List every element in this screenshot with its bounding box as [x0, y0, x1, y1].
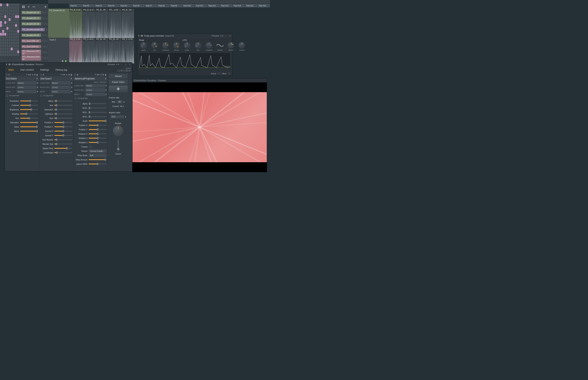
chevron-right-icon[interactable] [124, 101, 125, 103]
stepseq-cell[interactable] [9, 42, 11, 44]
stepseq-cell[interactable] [6, 15, 9, 18]
stepseq-cell[interactable] [11, 9, 13, 12]
zoom-slider[interactable] [118, 140, 119, 152]
pad-slot[interactable]: Pad #1 [69, 4, 82, 7]
stepseq-row[interactable] [0, 33, 20, 36]
stepseq-cell[interactable] [17, 53, 20, 56]
stepseq-cell[interactable] [0, 48, 2, 50]
stepseq-cell[interactable] [2, 42, 4, 44]
stepseq-cell[interactable] [6, 39, 9, 41]
stepseq-row[interactable] [0, 21, 20, 24]
pad-slot[interactable]: Pad #4 [107, 4, 119, 7]
slider-track[interactable] [54, 114, 72, 114]
move-icon[interactable] [61, 60, 64, 62]
close-icon[interactable]: ✕ [228, 35, 231, 37]
stepseq-cell[interactable] [17, 6, 20, 9]
stepseq-cell[interactable] [6, 42, 9, 44]
stepseq-cell[interactable] [0, 42, 2, 44]
sample-name[interactable]: PO_BeatAmpedA130.. [21, 28, 45, 31]
stepseq-cell[interactable] [15, 21, 17, 24]
stepseq-cell[interactable] [9, 53, 11, 56]
chevron-right-icon[interactable] [106, 85, 107, 87]
slider-track[interactable] [54, 135, 72, 136]
tab-debug-log[interactable]: Debug log [54, 67, 68, 72]
stepseq-cell[interactable] [4, 33, 6, 36]
pad-slot[interactable]: Pad #13 [220, 4, 233, 7]
help-icon[interactable]: ? [60, 74, 62, 76]
col-next-icon[interactable] [30, 74, 31, 76]
knob-base[interactable] [184, 42, 191, 49]
stepseq-cell[interactable] [17, 30, 20, 33]
stepseq-cell[interactable] [13, 12, 15, 15]
copy-icon[interactable]: ⧉ [103, 74, 104, 76]
knob-decay[interactable] [173, 42, 180, 49]
stepseq-cell[interactable] [6, 36, 9, 38]
stepseq-cell[interactable] [15, 12, 17, 15]
stepseq-cell[interactable] [17, 27, 20, 30]
stepseq-cell[interactable] [9, 18, 11, 21]
slider-track[interactable] [89, 125, 107, 126]
slider-track[interactable] [89, 129, 107, 130]
stepseq-cell[interactable] [13, 45, 15, 47]
stepseq-cell[interactable] [17, 9, 20, 12]
stepseq-cell[interactable] [4, 30, 6, 33]
stepseq-cell[interactable] [9, 48, 11, 50]
stepseq-cell[interactable] [17, 48, 20, 50]
chevron-right-icon[interactable] [106, 94, 107, 95]
stepseq-row[interactable] [0, 12, 20, 15]
stepseq-cell[interactable] [0, 3, 2, 6]
stepseq-cell[interactable] [11, 3, 13, 6]
slider-track[interactable] [54, 152, 72, 153]
knob-vol[interactable] [151, 42, 158, 49]
stepseq-row[interactable] [0, 24, 20, 27]
wizard-button[interactable]: Wizard [109, 74, 128, 78]
track1-active-dot[interactable] [65, 60, 67, 62]
stepseq-cell[interactable] [4, 42, 6, 44]
stepseq-cell[interactable] [9, 15, 11, 18]
stepseq-cell[interactable] [2, 27, 4, 30]
sample-item[interactable]: PO_BeatAmpedA130.. [21, 27, 48, 33]
sample-item[interactable]: PO_BeatA130-12 [21, 16, 48, 21]
col-prev-icon[interactable] [97, 74, 98, 76]
stepseq-cell[interactable] [17, 45, 20, 47]
pad-slot[interactable]: Pad #6 [132, 4, 145, 7]
pad-slot[interactable]: Pad #2 [82, 4, 94, 7]
chevron-right-icon[interactable] [105, 78, 106, 79]
slider-select[interactable]: Canvas Feedb.. [89, 149, 107, 153]
stepseq-cell[interactable] [11, 12, 13, 15]
stepseq-cell[interactable] [9, 36, 11, 38]
rotate-knob[interactable] [113, 126, 123, 136]
stepseq-cell[interactable] [4, 9, 6, 12]
stepseq-row[interactable] [0, 18, 20, 21]
slider-track[interactable] [54, 105, 72, 106]
help-icon[interactable]: ? [26, 74, 27, 76]
preset-prev-icon[interactable] [220, 35, 221, 37]
stepseq-cell[interactable] [17, 33, 20, 36]
pad-slot[interactable]: Pad #15 [245, 4, 258, 7]
sample-item[interactable]: PO_BeatA130-18 [21, 10, 48, 16]
stepseq-cell[interactable] [2, 39, 4, 41]
menu-triangle-icon[interactable] [6, 64, 7, 65]
to-buffer-toggle[interactable] [6, 95, 8, 97]
zge-field-value[interactable]: Master [85, 84, 105, 87]
slider-track[interactable] [20, 109, 38, 110]
stepseq-cell[interactable] [0, 27, 2, 30]
stepseq-cell[interactable] [4, 53, 6, 56]
stepseq-cell[interactable] [6, 30, 9, 33]
zge-field-value[interactable]: Master [51, 81, 71, 85]
audio-clip[interactable]: PO_5..C-01 [69, 38, 83, 63]
pad-slot[interactable]: Pad #10 [182, 4, 195, 7]
stepseq-cell[interactable] [2, 24, 4, 27]
stepseq-cell[interactable] [11, 24, 13, 27]
track2-header[interactable]: Track 2 [48, 38, 69, 63]
slider-track[interactable] [20, 126, 38, 127]
stepseq-cell[interactable] [15, 45, 17, 47]
stepseq-row[interactable] [0, 39, 20, 42]
minimize-icon[interactable]: – [120, 63, 123, 66]
stepseq-cell[interactable] [13, 27, 15, 30]
minimize-icon[interactable]: – [225, 35, 227, 37]
audio-clip[interactable]: PO_..0-02 [108, 9, 121, 38]
stepseq-cell[interactable] [15, 33, 17, 36]
stepseq-cell[interactable] [15, 9, 17, 12]
gear-icon[interactable] [140, 35, 143, 37]
